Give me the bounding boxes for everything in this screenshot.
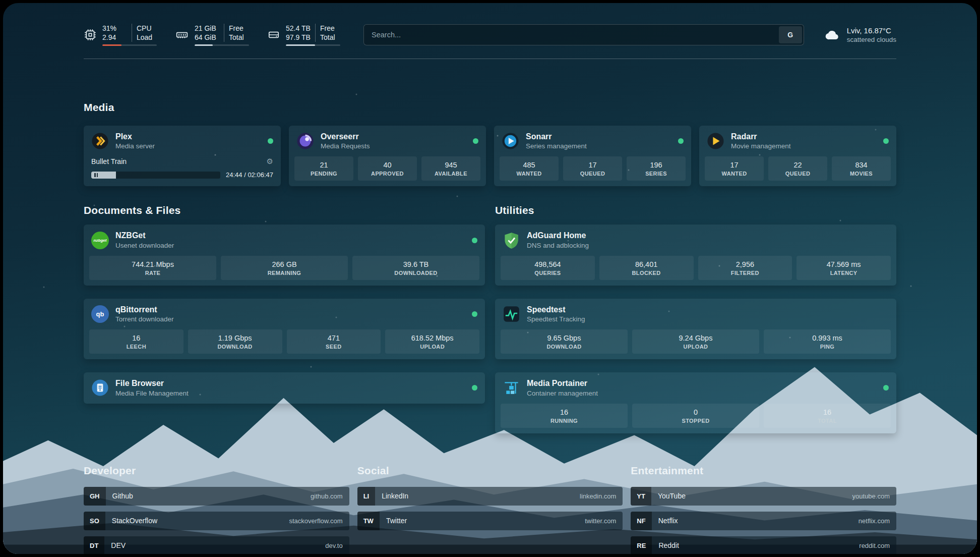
snow-particles <box>3 3 4 4</box>
memory-progress-track <box>195 44 249 46</box>
bookmark-url: netflix.com <box>859 517 896 525</box>
sonarr-icon <box>502 132 519 150</box>
bookmark-abbr: GH <box>84 487 106 506</box>
bookmark-abbr: DT <box>84 536 104 554</box>
service-name: Radarr <box>731 132 791 141</box>
service-card-radarr[interactable]: Radarr Movie management 17WANTED 22QUEUE… <box>699 126 896 186</box>
playback-progress-bar[interactable] <box>91 172 220 179</box>
gear-icon[interactable]: ⚙ <box>267 157 273 166</box>
status-dot <box>472 238 477 243</box>
social-section-title: Social <box>357 465 623 477</box>
documents-section-title: Documents & Files <box>84 204 485 216</box>
search-input[interactable] <box>363 24 804 45</box>
weather-location: Lviv, 16.87°C <box>847 26 896 35</box>
memory-progress-fill <box>195 44 213 46</box>
stat-wanted: 17WANTED <box>705 156 764 181</box>
bookmark-linkedin[interactable]: LI LinkedIn linkedin.com <box>357 487 623 506</box>
service-card-plex[interactable]: Plex Media server Bullet Train ⚙ <box>84 126 281 186</box>
service-desc: DNS and adblocking <box>527 242 589 249</box>
bookmark-abbr: NF <box>631 512 651 530</box>
service-desc: Speedtest Tracking <box>527 315 585 323</box>
memory-icon <box>175 28 189 41</box>
plex-icon <box>91 132 109 150</box>
bookmark-name: StackOverflow <box>105 517 157 525</box>
service-card-filebrowser[interactable]: File Browser Media File Management <box>84 372 485 403</box>
service-card-overseerr[interactable]: Overseerr Media Requests 21PENDING 40APP… <box>289 126 486 186</box>
service-card-adguard[interactable]: AdGuard Home DNS and adblocking 498,564Q… <box>495 225 896 285</box>
bookmark-url: linkedin.com <box>580 492 623 500</box>
status-dot <box>472 311 477 317</box>
cpu-label-1: CPU <box>132 24 152 33</box>
cpu-icon <box>84 28 97 41</box>
service-card-speedtest[interactable]: Speedtest Speedtest Tracking 9.65 GbpsDO… <box>495 299 896 359</box>
memory-label-2: Total <box>224 33 244 42</box>
stat-latency: 47.569 msLATENCY <box>797 256 891 280</box>
bookmark-group-social: Social LI LinkedIn linkedin.com TW Twitt… <box>357 465 623 554</box>
stat-leech: 16LEECH <box>89 329 183 354</box>
bookmark-url: youtube.com <box>852 492 896 500</box>
stat-approved: 40APPROVED <box>358 156 417 181</box>
bookmark-stackoverflow[interactable]: SO StackOverflow stackoverflow.com <box>84 512 349 530</box>
disk-total-value: 97.9 TB <box>286 33 315 42</box>
stat-total: 16TOTAL <box>764 404 891 428</box>
stat-download: 1.19 GbpsDOWNLOAD <box>188 329 282 354</box>
bookmark-dev[interactable]: DT DEV dev.to <box>84 536 349 554</box>
bookmark-url: reddit.com <box>859 542 896 549</box>
service-desc: Series management <box>526 142 587 150</box>
bookmark-name: Github <box>106 492 133 500</box>
service-card-qbittorrent[interactable]: qb qBittorrent Torrent downloader 16LEEC… <box>84 299 485 359</box>
bookmark-twitter[interactable]: TW Twitter twitter.com <box>357 512 623 530</box>
header-divider <box>84 59 896 59</box>
weather-widget: Lviv, 16.87°C scattered clouds <box>824 26 896 43</box>
search-bar: G <box>363 24 804 45</box>
bookmark-abbr: SO <box>84 512 105 530</box>
service-name: AdGuard Home <box>527 231 589 240</box>
stat-upload: 9.24 GbpsUPLOAD <box>632 329 759 354</box>
status-dot <box>883 385 889 391</box>
stat-queued: 17QUEUED <box>563 156 622 181</box>
bookmark-name: DEV <box>104 541 126 549</box>
bookmark-group-entertainment: Entertainment YT YouTube youtube.com NF … <box>631 465 896 554</box>
bookmark-youtube[interactable]: YT YouTube youtube.com <box>631 487 896 506</box>
service-desc: Container management <box>527 389 598 397</box>
stat-blocked: 86,401BLOCKED <box>599 256 694 280</box>
stat-ping: 0.993 msPING <box>764 329 891 354</box>
service-name: Media Portainer <box>527 379 598 388</box>
cpu-label-2: Load <box>132 33 152 42</box>
service-name: NZBGet <box>115 231 174 240</box>
stat-rate: 744.21 MbpsRATE <box>89 256 216 280</box>
stat-seed: 471SEED <box>287 329 381 354</box>
portainer-icon <box>503 379 520 397</box>
disk-label-1: Free <box>315 24 335 33</box>
stat-filtered: 2,956FILTERED <box>698 256 792 280</box>
stat-available: 945AVAILABLE <box>421 156 480 181</box>
bookmark-reddit[interactable]: RE Reddit reddit.com <box>631 536 896 554</box>
section-utilities: Utilities AdGuard Home DNS <box>495 204 896 433</box>
memory-total-value: 64 GiB <box>195 33 224 42</box>
playback-time: 24:44 / 02:06:47 <box>226 171 273 179</box>
service-card-sonarr[interactable]: Sonarr Series management 485WANTED 17QUE… <box>494 126 691 186</box>
service-card-nzbget[interactable]: nzbget NZBGet Usenet downloader 744.21 M… <box>84 225 485 285</box>
disk-widget: 52.4 TBFree 97.9 TBTotal <box>267 24 340 46</box>
service-desc: Usenet downloader <box>115 242 174 249</box>
bookmark-abbr: LI <box>357 487 376 506</box>
bookmark-netflix[interactable]: NF Netflix netflix.com <box>631 512 896 530</box>
service-card-portainer[interactable]: Media Portainer Container management 16R… <box>495 372 896 433</box>
service-desc: Torrent downloader <box>115 315 174 323</box>
search-provider-button[interactable]: G <box>779 26 802 43</box>
entertainment-section-title: Entertainment <box>631 465 896 477</box>
bookmark-abbr: YT <box>631 487 651 506</box>
status-dot <box>473 138 478 144</box>
developer-section-title: Developer <box>84 465 349 477</box>
utilities-section-title: Utilities <box>495 204 896 216</box>
filebrowser-icon <box>91 379 109 397</box>
nzbget-icon: nzbget <box>91 232 109 249</box>
memory-free-value: 21 GiB <box>195 24 224 33</box>
section-media: Media Plex Media server <box>84 101 896 186</box>
top-bar: 31%CPU 2.94Load 21 GiBFree 64 GiBTotal <box>84 21 896 48</box>
cloud-icon <box>824 28 840 41</box>
bookmark-github[interactable]: GH Github github.com <box>84 487 349 506</box>
service-name: Sonarr <box>526 132 587 141</box>
pause-icon[interactable] <box>94 173 98 177</box>
status-dot <box>883 138 889 144</box>
